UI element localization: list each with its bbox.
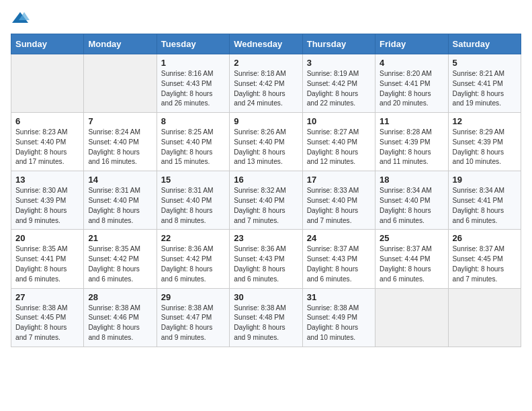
day-number: 7 [88,116,152,126]
calendar-day-cell: 10 Sunrise: 8:27 AMSunset: 4:40 PMDaylig… [302,113,375,171]
day-info: Sunrise: 8:33 AMSunset: 4:40 PMDaylight:… [307,187,359,224]
day-info: Sunrise: 8:37 AMSunset: 4:44 PMDaylight:… [380,245,432,282]
weekday-header: Friday [375,34,448,54]
weekday-header: Tuesday [157,34,229,54]
page-header [11,11,521,26]
day-number: 22 [161,233,225,243]
calendar-week-row: 27 Sunrise: 8:38 AMSunset: 4:45 PMDaylig… [11,288,521,347]
calendar-day-cell: 3 Sunrise: 8:19 AMSunset: 4:42 PMDayligh… [302,54,375,113]
calendar-week-row: 13 Sunrise: 8:30 AMSunset: 4:39 PMDaylig… [11,171,521,230]
calendar-day-cell: 8 Sunrise: 8:25 AMSunset: 4:40 PMDayligh… [157,113,229,171]
day-info: Sunrise: 8:38 AMSunset: 4:46 PMDaylight:… [88,304,140,341]
day-number: 1 [161,58,225,68]
calendar-day-cell: 4 Sunrise: 8:20 AMSunset: 4:41 PMDayligh… [375,54,448,113]
calendar-day-cell [448,288,521,347]
calendar-day-cell: 13 Sunrise: 8:30 AMSunset: 4:39 PMDaylig… [11,171,84,230]
calendar-day-cell: 9 Sunrise: 8:26 AMSunset: 4:40 PMDayligh… [230,113,302,171]
day-info: Sunrise: 8:20 AMSunset: 4:41 PMDaylight:… [380,70,432,107]
calendar-day-cell: 2 Sunrise: 8:18 AMSunset: 4:42 PMDayligh… [230,54,302,113]
calendar-day-cell: 14 Sunrise: 8:31 AMSunset: 4:40 PMDaylig… [84,171,157,230]
day-number: 14 [88,175,152,185]
calendar-day-cell: 24 Sunrise: 8:37 AMSunset: 4:43 PMDaylig… [302,230,375,288]
calendar-day-cell: 1 Sunrise: 8:16 AMSunset: 4:43 PMDayligh… [157,54,229,113]
day-number: 27 [15,292,79,302]
calendar-week-row: 1 Sunrise: 8:16 AMSunset: 4:43 PMDayligh… [11,54,521,113]
day-number: 15 [161,175,225,185]
day-number: 9 [234,116,298,126]
calendar-header: SundayMondayTuesdayWednesdayThursdayFrid… [11,34,521,54]
day-info: Sunrise: 8:38 AMSunset: 4:47 PMDaylight:… [161,304,214,341]
calendar-day-cell: 31 Sunrise: 8:38 AMSunset: 4:49 PMDaylig… [302,288,375,347]
day-info: Sunrise: 8:18 AMSunset: 4:42 PMDaylight:… [234,70,286,107]
weekday-header: Thursday [302,34,375,54]
day-number: 13 [15,175,79,185]
calendar-week-row: 20 Sunrise: 8:35 AMSunset: 4:41 PMDaylig… [11,230,521,288]
calendar-table: SundayMondayTuesdayWednesdayThursdayFrid… [11,34,521,347]
day-info: Sunrise: 8:32 AMSunset: 4:40 PMDaylight:… [234,187,286,224]
day-number: 8 [161,116,225,126]
day-number: 21 [88,233,152,243]
day-number: 16 [234,175,298,185]
day-info: Sunrise: 8:25 AMSunset: 4:40 PMDaylight:… [161,128,214,165]
calendar-day-cell: 23 Sunrise: 8:36 AMSunset: 4:43 PMDaylig… [230,230,302,288]
day-number: 2 [234,58,298,68]
day-info: Sunrise: 8:36 AMSunset: 4:42 PMDaylight:… [161,245,214,282]
day-info: Sunrise: 8:23 AMSunset: 4:40 PMDaylight:… [15,128,68,165]
day-info: Sunrise: 8:30 AMSunset: 4:39 PMDaylight:… [15,187,68,224]
calendar-day-cell [84,54,157,113]
day-number: 10 [307,116,371,126]
calendar-day-cell: 6 Sunrise: 8:23 AMSunset: 4:40 PMDayligh… [11,113,84,171]
calendar-day-cell: 25 Sunrise: 8:37 AMSunset: 4:44 PMDaylig… [375,230,448,288]
header-row: SundayMondayTuesdayWednesdayThursdayFrid… [11,34,521,54]
day-info: Sunrise: 8:24 AMSunset: 4:40 PMDaylight:… [88,128,140,165]
day-number: 12 [453,116,517,126]
calendar-day-cell: 21 Sunrise: 8:35 AMSunset: 4:42 PMDaylig… [84,230,157,288]
day-number: 3 [307,58,371,68]
day-number: 31 [307,292,371,302]
calendar-day-cell: 27 Sunrise: 8:38 AMSunset: 4:45 PMDaylig… [11,288,84,347]
day-number: 11 [380,116,443,126]
calendar-body: 1 Sunrise: 8:16 AMSunset: 4:43 PMDayligh… [11,54,521,347]
day-number: 17 [307,175,371,185]
calendar-day-cell: 12 Sunrise: 8:29 AMSunset: 4:39 PMDaylig… [448,113,521,171]
day-number: 4 [380,58,443,68]
day-info: Sunrise: 8:19 AMSunset: 4:42 PMDaylight:… [307,70,359,107]
calendar-day-cell: 7 Sunrise: 8:24 AMSunset: 4:40 PMDayligh… [84,113,157,171]
day-number: 30 [234,292,298,302]
calendar-day-cell [375,288,448,347]
calendar-day-cell: 15 Sunrise: 8:31 AMSunset: 4:40 PMDaylig… [157,171,229,230]
day-number: 23 [234,233,298,243]
calendar-day-cell: 5 Sunrise: 8:21 AMSunset: 4:41 PMDayligh… [448,54,521,113]
weekday-header: Wednesday [230,34,302,54]
day-info: Sunrise: 8:21 AMSunset: 4:41 PMDaylight:… [453,70,505,107]
calendar-day-cell: 17 Sunrise: 8:33 AMSunset: 4:40 PMDaylig… [302,171,375,230]
calendar-day-cell: 30 Sunrise: 8:38 AMSunset: 4:48 PMDaylig… [230,288,302,347]
day-info: Sunrise: 8:31 AMSunset: 4:40 PMDaylight:… [161,187,214,224]
calendar-day-cell: 18 Sunrise: 8:34 AMSunset: 4:40 PMDaylig… [375,171,448,230]
day-info: Sunrise: 8:36 AMSunset: 4:43 PMDaylight:… [234,245,286,282]
logo-icon [11,11,30,26]
day-info: Sunrise: 8:27 AMSunset: 4:40 PMDaylight:… [307,128,359,165]
calendar-day-cell: 29 Sunrise: 8:38 AMSunset: 4:47 PMDaylig… [157,288,229,347]
calendar-day-cell: 28 Sunrise: 8:38 AMSunset: 4:46 PMDaylig… [84,288,157,347]
calendar-day-cell: 20 Sunrise: 8:35 AMSunset: 4:41 PMDaylig… [11,230,84,288]
day-number: 19 [453,175,517,185]
day-info: Sunrise: 8:34 AMSunset: 4:41 PMDaylight:… [453,187,505,224]
day-number: 24 [307,233,371,243]
calendar-day-cell: 22 Sunrise: 8:36 AMSunset: 4:42 PMDaylig… [157,230,229,288]
day-number: 28 [88,292,152,302]
day-info: Sunrise: 8:38 AMSunset: 4:48 PMDaylight:… [234,304,286,341]
day-info: Sunrise: 8:28 AMSunset: 4:39 PMDaylight:… [380,128,432,165]
day-info: Sunrise: 8:29 AMSunset: 4:39 PMDaylight:… [453,128,505,165]
day-number: 18 [380,175,443,185]
day-info: Sunrise: 8:31 AMSunset: 4:40 PMDaylight:… [88,187,140,224]
calendar-day-cell: 11 Sunrise: 8:28 AMSunset: 4:39 PMDaylig… [375,113,448,171]
day-number: 25 [380,233,443,243]
day-info: Sunrise: 8:35 AMSunset: 4:42 PMDaylight:… [88,245,140,282]
calendar-day-cell: 19 Sunrise: 8:34 AMSunset: 4:41 PMDaylig… [448,171,521,230]
day-number: 26 [453,233,517,243]
logo [11,11,32,26]
weekday-header: Saturday [448,34,521,54]
day-info: Sunrise: 8:16 AMSunset: 4:43 PMDaylight:… [161,70,214,107]
day-info: Sunrise: 8:38 AMSunset: 4:45 PMDaylight:… [15,304,68,341]
